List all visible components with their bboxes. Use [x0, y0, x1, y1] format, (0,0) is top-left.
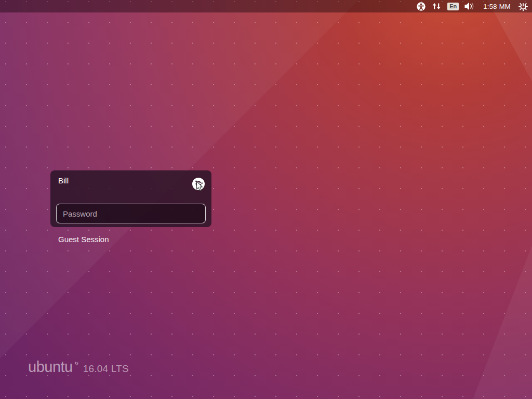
keyboard-layout-arrows-icon[interactable]	[432, 2, 442, 10]
ubuntu-wordmark: ubuntu	[28, 358, 73, 376]
keyboard-layout-indicator[interactable]: En	[447, 3, 459, 10]
accessibility-icon[interactable]	[416, 2, 426, 11]
guest-session-button[interactable]: Guest Session	[58, 235, 109, 244]
volume-icon[interactable]	[464, 2, 475, 10]
version-label: 16.04 LTS	[83, 363, 129, 375]
login-box[interactable]: Bill	[50, 170, 211, 227]
branding: ubuntu 16.04 LTS	[28, 358, 129, 376]
username-label[interactable]: Bill	[58, 176, 69, 185]
clock[interactable]: 1:58 MM	[483, 3, 511, 10]
circle-of-friends-icon	[74, 359, 79, 368]
login-screen: En 1:58 MM	[0, 0, 532, 399]
password-input[interactable]	[56, 204, 206, 223]
session-gear-icon[interactable]	[518, 2, 528, 11]
ubuntu-badge-icon[interactable]	[192, 178, 205, 190]
top-panel: En 1:58 MM	[0, 0, 532, 12]
